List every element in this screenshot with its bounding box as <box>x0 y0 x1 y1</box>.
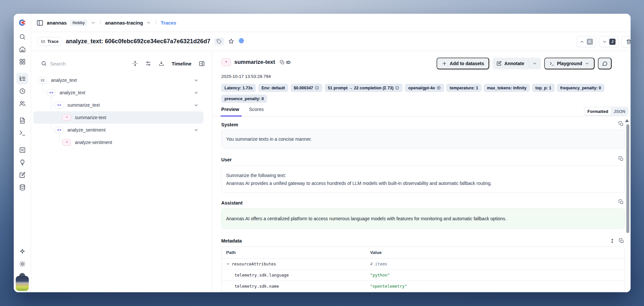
breadcrumb-bar: anannas Hobby / anannas-tracing / Traces <box>31 14 631 32</box>
tree-node-generation[interactable]: analyze-sentiment <box>31 136 212 149</box>
settings-gear-icon[interactable] <box>16 258 28 270</box>
tag-icon[interactable] <box>214 38 224 45</box>
user-avatar[interactable] <box>16 276 29 291</box>
dashboard-icon[interactable] <box>16 56 28 67</box>
metadata-key: telemetry.sdk.name <box>235 284 279 289</box>
metadata-value: "python" <box>366 273 625 278</box>
temperature-badge: temperature: 1 <box>446 84 481 92</box>
copy-icon[interactable] <box>619 238 624 243</box>
sessions-clock-icon[interactable] <box>16 85 28 97</box>
delete-trace-button[interactable] <box>621 36 631 47</box>
metadata-row[interactable]: telemetry.sdk.language "python" <box>222 270 625 281</box>
add-to-datasets-button[interactable]: Add to datasets <box>437 58 489 69</box>
playground-button[interactable]: Playground <box>544 58 595 69</box>
tree-node-label: analyze_sentiment <box>67 127 106 133</box>
scrollbar-thumb[interactable] <box>626 124 629 233</box>
app-logo-icon[interactable] <box>18 18 27 28</box>
search-icon[interactable] <box>16 31 28 43</box>
sparkle-icon[interactable] <box>16 245 28 257</box>
trash-icon <box>626 39 631 45</box>
tab-scores[interactable]: Scores <box>249 105 264 117</box>
metadata-value: "opentelemetry" <box>366 284 625 289</box>
metadata-row[interactable]: resourceAttributes 4 items <box>222 259 625 270</box>
env-badge: Env: default <box>258 84 288 92</box>
tree-node-label: analyze_text <box>60 90 85 95</box>
evaluation-icon[interactable] <box>16 144 28 156</box>
assistant-message-box: Anannas AI offers a centralized platform… <box>221 208 625 229</box>
sidebar-rail <box>14 14 31 292</box>
user-heading: User <box>221 157 232 162</box>
copy-id-button[interactable]: ID <box>280 60 291 65</box>
expand-rows-icon[interactable] <box>610 238 615 243</box>
span-node-icon <box>55 102 63 108</box>
tab-preview[interactable]: Preview <box>221 105 239 117</box>
chevron-down-icon[interactable] <box>194 90 199 95</box>
database-icon[interactable] <box>16 181 28 193</box>
comments-button[interactable] <box>598 58 612 69</box>
scrollbar-up-arrow[interactable] <box>625 119 629 122</box>
assistant-heading: Assistant <box>221 200 242 206</box>
public-globe-icon[interactable] <box>238 38 244 45</box>
breadcrumb-project[interactable]: anannas-tracing <box>105 20 143 26</box>
tracing-icon[interactable] <box>16 73 28 84</box>
prev-trace-button[interactable]: K <box>576 36 596 47</box>
observation-badges-row-2: presence_penalty: 0 <box>221 95 267 103</box>
download-icon[interactable] <box>158 61 164 66</box>
collapse-all-icon[interactable] <box>132 61 138 66</box>
lightbulb-icon[interactable] <box>16 156 28 168</box>
observation-title: summarize-text <box>234 59 275 65</box>
model-badge[interactable]: openai/gpt-4o <box>405 84 444 92</box>
home-icon[interactable] <box>16 43 28 55</box>
rail-bottom-group <box>14 245 31 292</box>
users-icon[interactable] <box>16 98 28 109</box>
user-message-line1: Summarize the following text: <box>226 171 620 179</box>
collapse-panel-icon[interactable] <box>199 61 205 67</box>
format-formatted-option[interactable]: Formatted <box>584 107 611 115</box>
annotate-button[interactable]: Annotate <box>492 58 528 69</box>
bookmark-star-icon[interactable] <box>228 38 234 45</box>
copy-icon <box>280 60 285 65</box>
tree-node-span[interactable]: analyze_text <box>31 86 212 99</box>
chevron-up-icon <box>580 39 584 44</box>
breadcrumb-traces-link[interactable]: Traces <box>161 20 176 26</box>
assistant-message-text: Anannas AI offers a centralized platform… <box>226 216 507 221</box>
tree-node-span[interactable]: analyze_sentiment <box>31 124 212 136</box>
project-chevron-down-icon[interactable] <box>146 20 151 25</box>
info-icon <box>395 86 399 90</box>
copy-icon[interactable] <box>618 199 624 205</box>
trace-node-icon <box>38 77 47 83</box>
chevron-down-icon[interactable] <box>194 128 199 133</box>
next-trace-button[interactable]: J <box>599 36 619 47</box>
latency-badge: Latency: 1.73s <box>221 84 256 92</box>
annotate-dropdown-chevron[interactable] <box>528 58 541 69</box>
chevron-down-icon[interactable] <box>194 78 199 83</box>
observation-detail-panel: summarize-text ID Add to datasets Annota… <box>212 51 631 292</box>
timeline-toggle[interactable]: Timeline <box>171 61 191 66</box>
copy-icon[interactable] <box>618 156 624 161</box>
expand-chevron-icon[interactable] <box>226 262 230 266</box>
org-chevron-down-icon[interactable] <box>91 20 96 25</box>
trace-type-badge: Trace <box>38 37 62 46</box>
metadata-row[interactable]: telemetry.sdk.name "opentelemetry" <box>222 281 625 292</box>
tree-node-trace[interactable]: analyze_text <box>31 74 212 86</box>
chevron-down-icon <box>585 61 589 66</box>
cost-badge[interactable]: $0.000347 <box>291 84 322 92</box>
annotate-split-button: Annotate <box>492 58 541 69</box>
tokens-badge[interactable]: 51 prompt → 22 completion (Σ 73) <box>325 84 403 92</box>
tree-search-input[interactable] <box>50 61 132 66</box>
copy-icon[interactable] <box>618 121 624 126</box>
tree-node-label: analyze-sentiment <box>75 140 112 145</box>
tree-settings-icon[interactable] <box>145 61 151 66</box>
tree-node-generation-selected[interactable]: summarize-text <box>33 111 204 124</box>
chevron-down-icon[interactable] <box>194 103 199 108</box>
generation-node-icon <box>62 114 71 121</box>
tree-node-span[interactable]: summarize_text <box>31 99 212 111</box>
sidebar-toggle-icon[interactable] <box>36 19 44 27</box>
breadcrumb-org[interactable]: anannas <box>47 20 67 26</box>
playground-terminal-icon[interactable] <box>16 127 28 139</box>
annotation-icon[interactable] <box>16 169 28 181</box>
kbd-k: K <box>587 39 593 45</box>
format-json-option[interactable]: JSON <box>611 109 628 114</box>
trace-title: analyze_text: 606c0febc692ce34ec67a7e632… <box>66 38 210 45</box>
prompts-file-icon[interactable] <box>16 115 28 126</box>
